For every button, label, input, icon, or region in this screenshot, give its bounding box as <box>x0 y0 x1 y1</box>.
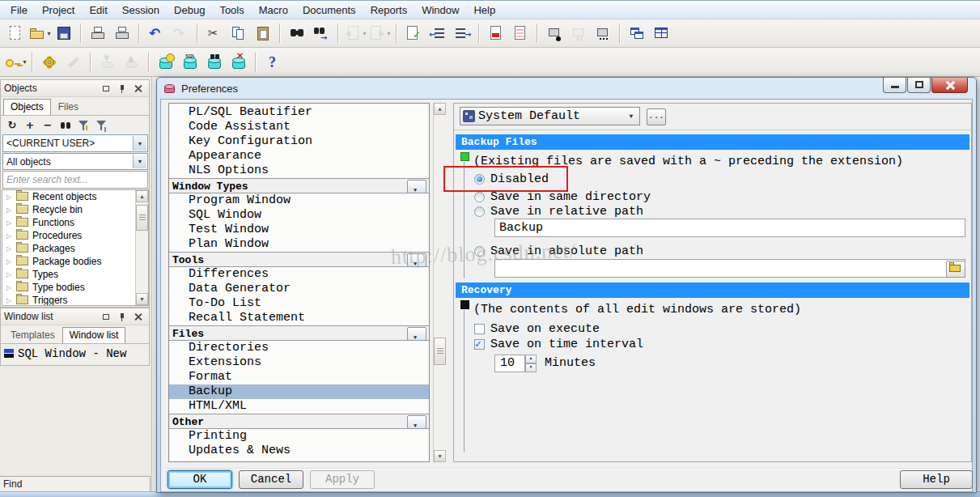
save-same-directory-radio[interactable] <box>474 192 485 202</box>
expand-arrow-icon[interactable]: ▷ <box>6 193 13 201</box>
close-icon[interactable] <box>132 311 146 323</box>
chevron-down-icon[interactable] <box>133 136 146 151</box>
category-extensions[interactable]: Extensions <box>169 355 429 370</box>
logon-button[interactable]: ▾ <box>4 51 27 74</box>
save-absolute-path-radio[interactable] <box>474 246 485 257</box>
category-test-window[interactable]: Test Window <box>169 223 429 237</box>
menu-item-window[interactable]: Window <box>414 2 466 18</box>
window-list-tab-templates[interactable]: Templates <box>3 327 62 343</box>
category-pl-sql-beautifier[interactable]: PL/SQL Beautifier <box>169 105 429 120</box>
paste-button[interactable] <box>252 22 274 45</box>
find-next-button[interactable] <box>310 22 333 45</box>
ok-button[interactable]: OK <box>168 470 232 489</box>
dialog-title-bar[interactable]: Preferences <box>157 78 976 99</box>
find-button[interactable] <box>286 22 308 45</box>
category-appearance[interactable]: Appearance <box>169 149 429 164</box>
objects-tab-files[interactable]: Files <box>51 99 86 115</box>
refresh-button[interactable]: ↻ <box>5 118 19 133</box>
minimize-icon[interactable] <box>883 78 906 93</box>
chevron-down-icon[interactable] <box>133 155 146 168</box>
navigate-back-dropdown[interactable]: ▾ <box>363 30 366 37</box>
navigate-forward-dropdown[interactable]: ▾ <box>387 30 390 37</box>
expand-arrow-icon[interactable]: ▷ <box>6 297 13 304</box>
tree-item-recent-objects[interactable]: ▷Recent objects <box>2 190 148 203</box>
cascade-windows-button[interactable] <box>626 22 648 45</box>
category-code-assistant[interactable]: Code Assistant <box>169 120 429 134</box>
filter-button[interactable] <box>94 118 108 133</box>
relative-path-input[interactable] <box>494 219 965 237</box>
syntax-check-button[interactable] <box>402 22 425 45</box>
save-on-execute-checkbox[interactable] <box>474 324 485 334</box>
scroll-up-icon[interactable]: ▲ <box>434 103 446 115</box>
category-header-dropdown[interactable] <box>407 415 426 429</box>
category-header-dropdown[interactable] <box>407 327 426 341</box>
spool-file-button[interactable] <box>509 22 532 45</box>
cancel-button[interactable]: Cancel <box>239 470 303 489</box>
remove-object-button[interactable]: − <box>40 118 55 133</box>
help-button[interactable]: Help <box>900 470 973 489</box>
category-to-do-list[interactable]: To-Do List <box>169 296 429 311</box>
category-backup[interactable]: Backup <box>169 384 429 399</box>
print-button[interactable] <box>87 22 109 45</box>
configure-button[interactable] <box>38 51 61 74</box>
category-list-scrollbar[interactable]: ▲ ▼ <box>433 103 446 462</box>
category-recall-statement[interactable]: Recall Statement <box>169 311 429 325</box>
save-relative-path-radio[interactable] <box>474 206 485 217</box>
category-sql-window[interactable]: SQL Window <box>169 208 429 223</box>
maximize-icon[interactable] <box>907 78 931 93</box>
tree-item-functions[interactable]: ▷Functions <box>2 216 148 229</box>
tree-item-triggers[interactable]: ▷Triggers <box>2 294 148 306</box>
scrollbar-thumb[interactable] <box>434 338 446 365</box>
tree-item-packages[interactable]: ▷Packages <box>2 242 148 255</box>
menu-item-debug[interactable]: Debug <box>167 2 212 18</box>
menu-item-documents[interactable]: Documents <box>295 2 363 18</box>
menu-item-reports[interactable]: Reports <box>363 2 415 18</box>
save-button[interactable] <box>53 22 75 45</box>
category-updates-news[interactable]: Updates & News <box>169 444 429 458</box>
interval-minutes-input[interactable]: 10 <box>494 355 525 372</box>
category-plan-window[interactable]: Plan Window <box>169 237 429 252</box>
open-file-button[interactable]: ▾ <box>28 22 51 45</box>
object-filter-select[interactable]: All objects <box>2 153 148 170</box>
tile-windows-button[interactable] <box>650 22 672 45</box>
category-printing[interactable]: Printing <box>169 429 429 444</box>
expand-arrow-icon[interactable]: ▷ <box>6 232 13 240</box>
expand-arrow-icon[interactable]: ▷ <box>6 245 13 253</box>
user-select[interactable]: <CURRENT USER> <box>2 134 148 152</box>
help-button[interactable] <box>261 51 284 74</box>
tree-item-procedures[interactable]: ▷Procedures <box>2 229 148 242</box>
add-object-button[interactable]: + <box>23 118 37 133</box>
scrollbar-thumb[interactable] <box>136 205 148 231</box>
expand-arrow-icon[interactable]: ▷ <box>6 284 13 291</box>
search-input[interactable] <box>2 171 148 189</box>
category-key-configuration[interactable]: Key Configuration <box>169 134 429 149</box>
refresh-session-button[interactable]: × <box>227 51 250 74</box>
close-icon[interactable] <box>931 78 968 93</box>
menu-item-file[interactable]: File <box>3 2 35 18</box>
scroll-down-icon[interactable]: ▼ <box>136 293 148 305</box>
undo-button[interactable] <box>145 22 168 45</box>
close-icon[interactable] <box>132 83 146 95</box>
tree-item-recycle-bin[interactable]: ▷Recycle bin <box>2 203 148 216</box>
print-preview-button[interactable] <box>111 22 134 45</box>
pin-icon[interactable] <box>116 311 129 323</box>
disabled-radio[interactable] <box>474 174 485 185</box>
window-list-item-sql-window-new[interactable]: SQL Window - New <box>1 346 149 361</box>
restore-icon[interactable] <box>100 83 113 95</box>
commit-db-button[interactable] <box>155 51 177 74</box>
expand-arrow-icon[interactable]: ▷ <box>6 219 13 227</box>
menu-item-help[interactable]: Help <box>466 2 503 18</box>
category-data-generator[interactable]: Data Generator <box>169 282 429 296</box>
spin-down-icon[interactable]: ▼ <box>525 363 537 372</box>
save-on-time-interval-checkbox[interactable] <box>474 339 485 350</box>
chevron-down-icon[interactable] <box>625 109 638 123</box>
find-object-button[interactable] <box>58 118 73 133</box>
category-program-window[interactable]: Program Window <box>169 193 429 208</box>
category-format[interactable]: Format <box>169 370 429 384</box>
menu-item-tools[interactable]: Tools <box>212 2 251 18</box>
category-header-dropdown[interactable] <box>407 253 426 267</box>
tree-item-type-bodies[interactable]: ▷Type bodies <box>2 281 148 294</box>
profile-select[interactable]: System Default <box>460 107 640 125</box>
category-nls-options[interactable]: NLS Options <box>169 164 429 178</box>
menu-item-edit[interactable]: Edit <box>82 2 114 18</box>
